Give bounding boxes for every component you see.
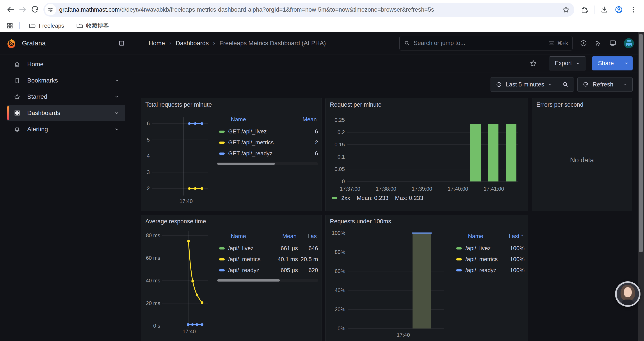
series-toggle[interactable]: GET /api/_readyz <box>217 150 292 157</box>
series-toggle[interactable]: /api/_metrics <box>454 256 498 263</box>
svg-text:3: 3 <box>147 169 150 175</box>
time-range-picker[interactable]: Last 5 minutes <box>491 78 557 92</box>
page-scrollbar-thumb[interactable] <box>639 34 643 252</box>
refresh-button[interactable]: Refresh <box>578 78 618 92</box>
svg-text:0.05: 0.05 <box>334 166 345 172</box>
panel-title[interactable]: Request per minute <box>326 98 528 109</box>
bookmarks-bar: Freeleaps 收藏博客 <box>0 19 644 32</box>
refresh-icon <box>582 81 589 88</box>
back-icon[interactable] <box>4 4 17 16</box>
share-split-button: Share <box>592 56 632 71</box>
profile-icon[interactable] <box>614 5 624 14</box>
panel-total-requests: Total requests per minute 6 5 4 3 2 17:4… <box>141 98 322 211</box>
floating-avatar[interactable] <box>615 281 640 307</box>
extensions-icon[interactable] <box>580 6 588 14</box>
series-toggle[interactable]: /api/_readyz <box>217 267 267 274</box>
apps-grid-icon[interactable] <box>6 22 14 30</box>
svg-text:17:37:00: 17:37:00 <box>340 186 360 192</box>
column-name[interactable]: Name <box>217 116 290 123</box>
sidebar-item-starred[interactable]: Starred <box>8 89 125 105</box>
actions-divider <box>543 59 543 68</box>
search-input[interactable] <box>414 40 545 47</box>
column-last[interactable]: Last * <box>497 233 523 240</box>
home-icon <box>14 61 20 68</box>
sidebar-item-dashboards[interactable]: Dashboards <box>8 105 125 121</box>
svg-text:17:40:00: 17:40:00 <box>448 186 468 192</box>
legend-row: /api/_metrics 100% <box>454 254 524 265</box>
series-swatch <box>219 269 225 271</box>
panel-title[interactable]: Errors per second <box>532 98 632 109</box>
folder-icon <box>76 22 83 29</box>
chevron-down-icon[interactable] <box>114 94 120 99</box>
site-settings-icon[interactable] <box>45 4 56 15</box>
column-mean[interactable]: Mean <box>290 116 317 123</box>
breadcrumb-separator: › <box>213 40 215 47</box>
forward-icon[interactable] <box>17 4 29 16</box>
series-swatch <box>456 269 462 271</box>
breadcrumb-dashboards[interactable]: Dashboards <box>176 40 209 47</box>
panel-title[interactable]: Requests under 100ms <box>326 215 528 226</box>
svg-text:20 ms: 20 ms <box>146 300 160 306</box>
reload-icon[interactable] <box>29 4 41 16</box>
legend-scrollbar[interactable] <box>217 162 318 165</box>
series-toggle[interactable]: /api/_readyz <box>454 267 498 274</box>
breadcrumb-home[interactable]: Home <box>148 40 165 47</box>
sidebar-item-label: Dashboards <box>27 110 108 117</box>
chevron-down-icon[interactable] <box>114 78 120 83</box>
share-menu-button[interactable] <box>620 56 632 71</box>
bookmark-folder-freeleaps[interactable]: Freeleaps <box>26 21 67 31</box>
alerting-bell-icon <box>14 126 20 133</box>
clock-icon <box>496 81 502 88</box>
series-toggle[interactable]: /api/_metrics <box>217 256 267 263</box>
series-toggle[interactable]: 2xx <box>332 195 350 201</box>
panel-title[interactable]: Total requests per minute <box>141 98 322 109</box>
svg-text:4: 4 <box>147 153 150 159</box>
sidebar-item-home[interactable]: Home <box>8 56 125 72</box>
legend-scrollbar[interactable] <box>217 279 318 282</box>
chevron-down-icon[interactable] <box>114 127 120 132</box>
svg-text:80%: 80% <box>335 249 345 255</box>
news-rss-icon[interactable] <box>594 40 602 47</box>
series-toggle[interactable]: GET /api/_metrics <box>217 139 292 146</box>
kiosk-monitor-icon[interactable] <box>609 39 617 47</box>
panel-title[interactable]: Average response time <box>141 215 322 226</box>
series-toggle[interactable]: GET /api/_livez <box>217 128 292 135</box>
url-bar[interactable]: grafana.mathmast.com/d/deytv4rwavabkb/fr… <box>44 3 574 17</box>
zoom-out-button[interactable] <box>557 78 574 92</box>
user-avatar[interactable] <box>624 38 634 48</box>
sidebar-toggle-icon[interactable] <box>118 40 125 47</box>
browser-menu-icon[interactable] <box>629 6 638 14</box>
help-icon[interactable]: ? <box>580 39 588 47</box>
export-button[interactable]: Export <box>549 56 586 71</box>
bar-chart[interactable]: 0.25 0.2 0.15 0.1 0.05 0 17:37:00 17:38:… <box>328 110 523 193</box>
column-last[interactable]: Las <box>296 233 317 240</box>
sidebar-item-bookmarks[interactable]: Bookmarks <box>8 72 125 89</box>
share-button[interactable]: Share <box>592 56 620 71</box>
chevron-down-icon[interactable] <box>114 110 120 116</box>
bookmark-star-icon[interactable] <box>562 6 570 14</box>
series-last: 20.5 m <box>298 256 318 263</box>
downloads-icon[interactable] <box>600 6 608 14</box>
series-mean: 40.1 ms <box>267 256 298 263</box>
legend-row: /api/_livez 100% <box>454 243 524 254</box>
timeseries-chart[interactable]: 6 5 4 3 2 17:40 <box>143 110 209 206</box>
legend-table: Name Mean GET /api/_livez 6 GET /api/_me… <box>217 115 318 208</box>
favorite-star-icon[interactable] <box>529 60 537 67</box>
share-label: Share <box>598 60 614 67</box>
column-name[interactable]: Name <box>454 233 497 240</box>
refresh-interval-button[interactable] <box>618 78 632 92</box>
search-box[interactable]: ⌘+k <box>400 36 572 51</box>
series-toggle[interactable]: /api/_livez <box>217 245 267 252</box>
bar-chart[interactable]: 100% 80% 60% 40% 20% 0% 17:40 <box>328 226 446 338</box>
breadcrumb-separator: › <box>170 40 172 47</box>
timeseries-chart[interactable]: 80 ms 60 ms 40 ms 20 ms 0 s 17:40 <box>143 226 209 334</box>
column-mean[interactable]: Mean <box>266 233 296 240</box>
sidebar-item-alerting[interactable]: Alerting <box>8 121 125 137</box>
series-toggle[interactable]: /api/_livez <box>454 245 498 252</box>
column-name[interactable]: Name <box>217 233 266 240</box>
keyboard-icon <box>548 40 555 47</box>
bookmark-folder-blogs[interactable]: 收藏博客 <box>73 21 112 31</box>
grafana-logo-icon[interactable] <box>6 38 16 48</box>
toolbar-divider <box>594 6 594 14</box>
series-swatch <box>456 258 462 260</box>
